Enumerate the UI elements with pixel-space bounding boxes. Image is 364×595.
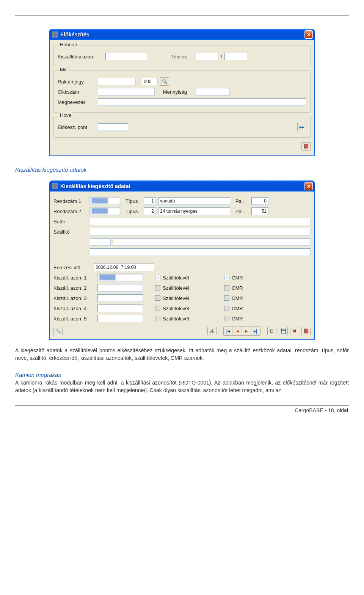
pal2-input[interactable] bbox=[251, 207, 268, 215]
kiszall5-input[interactable] bbox=[97, 315, 143, 322]
forward-button[interactable]: ▸▸ bbox=[297, 123, 306, 131]
kiszall-azon-label: Kiszállítási azon. bbox=[58, 54, 103, 60]
rendszam2-input[interactable]: █████ bbox=[90, 207, 120, 215]
szallito-input-2b[interactable] bbox=[113, 238, 311, 246]
save-button[interactable]: 💾 bbox=[279, 327, 288, 335]
pal2-label: Pal. bbox=[235, 209, 249, 214]
close-button[interactable]: ✕ bbox=[304, 182, 313, 190]
raktari-search-button[interactable]: 🔍 bbox=[160, 77, 169, 86]
tipus1-num-input[interactable] bbox=[144, 197, 156, 205]
printer-icon: 🖨 bbox=[210, 328, 214, 334]
close-button[interactable]: ✕ bbox=[304, 30, 313, 39]
cmr5-checkbox[interactable] bbox=[224, 316, 229, 321]
kiszall-azon-input[interactable] bbox=[105, 53, 147, 60]
cmr3-checkbox[interactable] bbox=[224, 295, 229, 301]
mit-group: Mit Raktári jegy - 🔍 Cikkszám Mennyiség bbox=[53, 70, 311, 113]
app-icon bbox=[52, 183, 58, 189]
szallitolevel2-checkbox[interactable] bbox=[155, 285, 160, 290]
cmr2-checkbox[interactable] bbox=[224, 285, 229, 290]
szallito-input-3[interactable] bbox=[90, 248, 311, 256]
nav-next-button[interactable]: ▸ bbox=[242, 327, 251, 335]
rendszam1-input[interactable]: █████ bbox=[90, 197, 120, 205]
hova-legend: Hova bbox=[58, 112, 73, 118]
sofor-input[interactable] bbox=[90, 218, 311, 225]
nav-next-icon: ▸ bbox=[245, 328, 248, 334]
search-button[interactable]: 🔍 bbox=[53, 327, 63, 335]
szallitolevel1-checkbox[interactable]: ✓ bbox=[155, 275, 160, 280]
elokesz-pont-input[interactable] bbox=[98, 123, 128, 131]
window-title: Előkészítés bbox=[60, 31, 302, 38]
kiszall1-label: Kiszáll. azon. 1 bbox=[53, 275, 95, 281]
raktari-jegy-input-2[interactable] bbox=[142, 78, 158, 85]
record-nav-group: |◂ ◂ ▸ ▸| bbox=[223, 327, 260, 336]
tipus1-label: Típus bbox=[126, 198, 141, 204]
nav-first-button[interactable]: |◂ bbox=[224, 327, 233, 335]
megnevezes-input[interactable] bbox=[98, 98, 306, 106]
page-bottom-rule bbox=[15, 405, 349, 406]
kiszall3-input[interactable] bbox=[97, 294, 143, 302]
cmr5-label: CMR bbox=[232, 316, 243, 322]
page-top-rule bbox=[15, 15, 349, 16]
elokeszites-window: Előkészítés ✕ Honnan Kiszállítási azon. … bbox=[49, 29, 315, 156]
window-title: Kiszállítás kiegészítő adatai bbox=[60, 183, 302, 189]
nav-prev-button[interactable]: ◂ bbox=[233, 327, 242, 335]
szallitolevel2-label: Szállítólevél bbox=[163, 285, 204, 291]
exit-button[interactable]: 📕 bbox=[301, 327, 311, 335]
mennyiseg-input[interactable] bbox=[196, 88, 230, 96]
szallitolevel5-label: Szállítólevél bbox=[163, 316, 204, 322]
new-button[interactable]: 🗋 bbox=[267, 327, 276, 335]
szallitolevel3-checkbox[interactable] bbox=[155, 295, 160, 301]
elokesz-pont-label: Előkész. pont bbox=[58, 124, 96, 130]
erkezesi-label: Érkezési idő bbox=[53, 265, 91, 270]
tetelek-input-2[interactable] bbox=[224, 53, 247, 60]
magnifier-icon: 🔍 bbox=[55, 328, 61, 334]
tipus2-num-input[interactable] bbox=[144, 207, 156, 215]
sofor-label: Sofőr bbox=[53, 219, 88, 224]
delete-button[interactable]: ✖ bbox=[290, 327, 299, 335]
raktari-jegy-input-1[interactable] bbox=[98, 78, 136, 85]
titlebar-elokeszites: Előkészítés ✕ bbox=[50, 29, 314, 40]
honnan-group: Honnan Kiszállítási azon. Tételek / bbox=[53, 45, 311, 67]
kiegeszito-window: Kiszállítás kiegészítő adatai ✕ Rendszám… bbox=[49, 181, 315, 340]
raktari-jegy-label: Raktári jegy bbox=[58, 79, 96, 85]
exit-button[interactable]: 📕 bbox=[301, 142, 311, 151]
kiszall1-input[interactable]: █████ bbox=[97, 274, 143, 281]
cmr1-label: CMR bbox=[232, 275, 243, 281]
kiszall2-input[interactable] bbox=[97, 284, 143, 292]
app-icon bbox=[52, 31, 58, 38]
kiszall3-label: Kiszáll. azon. 3 bbox=[53, 295, 95, 301]
rendszam1-label: Rendszám 1 bbox=[53, 198, 88, 204]
kiszall4-input[interactable] bbox=[97, 305, 143, 312]
pal1-input[interactable] bbox=[251, 197, 268, 205]
kamion-heading: Kamion megrakás bbox=[15, 372, 349, 378]
nav-prev-icon: ◂ bbox=[236, 328, 238, 334]
szallito-input-2a[interactable] bbox=[90, 238, 111, 246]
tetelek-input-1[interactable] bbox=[196, 53, 218, 60]
print-button[interactable]: 🖨 bbox=[207, 327, 217, 335]
tipus2-label: Típus bbox=[126, 209, 141, 214]
nav-last-icon: ▸| bbox=[254, 328, 257, 334]
cikkszam-input[interactable] bbox=[98, 88, 155, 96]
hova-group: Hova Előkész. pont ▸▸ bbox=[53, 116, 311, 138]
page-footer: CargoBASE - 18. oldal bbox=[15, 407, 349, 421]
nav-last-button[interactable]: ▸| bbox=[251, 327, 260, 335]
szallitolevel5-checkbox[interactable] bbox=[155, 316, 160, 321]
cmr4-label: CMR bbox=[232, 306, 243, 311]
szallito-input-1[interactable] bbox=[90, 228, 311, 235]
tipus2-name-input[interactable] bbox=[158, 207, 230, 215]
szallitolevel3-label: Szállítólevél bbox=[163, 295, 204, 301]
tipus1-name-input[interactable] bbox=[158, 197, 230, 205]
paragraph-1: A kiegészítő adatok a szállítólevél pont… bbox=[15, 347, 349, 362]
nav-first-icon: |◂ bbox=[226, 328, 230, 334]
cmr2-label: CMR bbox=[232, 285, 243, 291]
honnan-legend: Honnan bbox=[58, 42, 79, 47]
new-icon: 🗋 bbox=[270, 328, 274, 334]
cmr4-checkbox[interactable] bbox=[224, 306, 229, 311]
kiszall5-label: Kiszáll. azon. 5 bbox=[53, 316, 95, 322]
section-heading-kiszallitas: Kiszállítás kiegészítő adatok bbox=[15, 166, 349, 173]
cmr1-checkbox[interactable]: ✓ bbox=[224, 275, 229, 280]
erkezesi-input[interactable] bbox=[94, 264, 154, 271]
szallitolevel4-checkbox[interactable] bbox=[155, 306, 160, 311]
cmr3-label: CMR bbox=[232, 295, 243, 301]
pal1-label: Pal. bbox=[235, 198, 249, 204]
